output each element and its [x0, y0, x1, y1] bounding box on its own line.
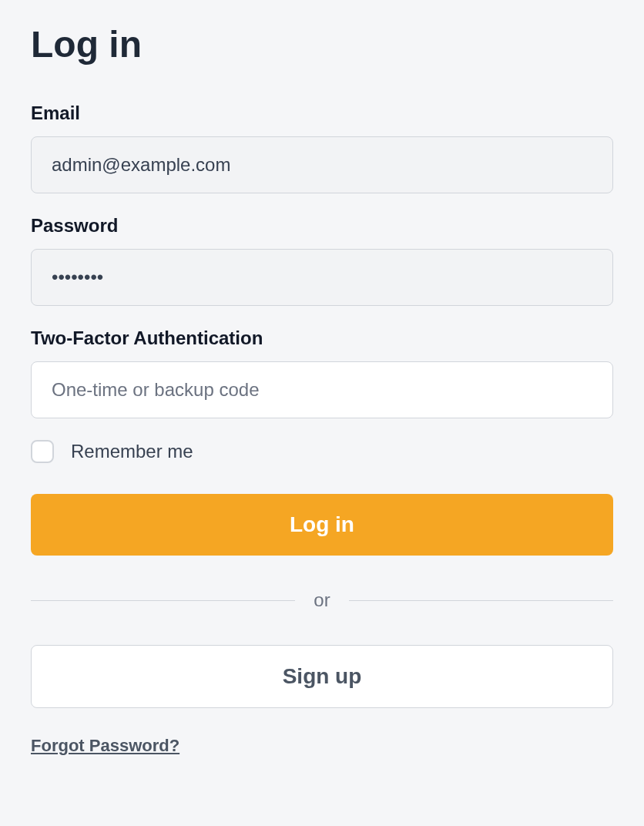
login-button[interactable]: Log in	[31, 494, 613, 556]
remember-label[interactable]: Remember me	[71, 441, 193, 462]
forgot-password-link[interactable]: Forgot Password?	[31, 736, 179, 756]
password-field[interactable]	[31, 249, 613, 306]
remember-group: Remember me	[31, 440, 613, 463]
email-label: Email	[31, 102, 613, 124]
page-title: Log in	[31, 23, 613, 65]
twofa-group: Two-Factor Authentication	[31, 327, 613, 418]
divider: or	[31, 589, 613, 611]
password-group: Password	[31, 215, 613, 306]
twofa-label: Two-Factor Authentication	[31, 327, 613, 349]
password-label: Password	[31, 215, 613, 237]
email-group: Email	[31, 102, 613, 193]
email-field[interactable]	[31, 136, 613, 193]
twofa-field[interactable]	[31, 361, 613, 418]
signup-button[interactable]: Sign up	[31, 645, 613, 708]
divider-line-right	[349, 600, 613, 601]
remember-checkbox[interactable]	[31, 440, 54, 463]
divider-text: or	[314, 589, 330, 611]
divider-line-left	[31, 600, 295, 601]
